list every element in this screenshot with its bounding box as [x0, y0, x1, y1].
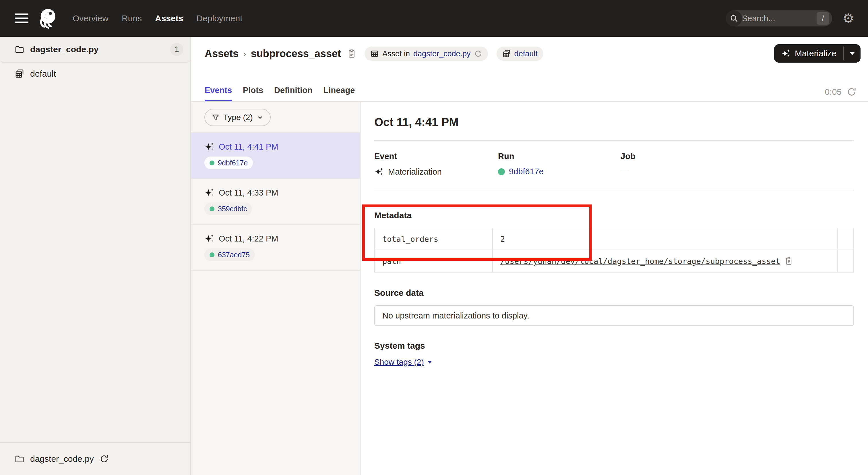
job-value: — — [621, 167, 629, 176]
folder-icon — [14, 454, 24, 464]
event-detail-panel: Oct 11, 4:41 PM Event Materialization Ru… — [361, 102, 868, 475]
asset-in-label: Asset in — [382, 50, 410, 58]
run-status-dot — [210, 253, 214, 257]
show-tags-label: Show tags (2) — [374, 358, 424, 367]
metadata-value: 2 — [500, 235, 505, 243]
hamburger-menu-icon[interactable] — [14, 13, 28, 23]
source-data-section-title: Source data — [374, 288, 854, 298]
breadcrumb: Assets › subprocess_asset Asset in dagst… — [191, 37, 868, 61]
metadata-key: path — [375, 250, 493, 272]
sidebar-item-code-location[interactable]: dagster_code.py 1 — [0, 37, 190, 63]
search-box[interactable]: / — [726, 10, 832, 26]
nav-overview[interactable]: Overview — [73, 13, 108, 23]
table-row: total_orders 2 — [375, 228, 854, 250]
event-list-item[interactable]: Oct 11, 4:41 PM 9dbf617e — [191, 133, 360, 179]
asset-count-badge: 1 — [170, 43, 183, 56]
event-timestamp-link[interactable]: Oct 11, 4:33 PM — [219, 188, 278, 198]
search-shortcut-key: / — [817, 12, 829, 25]
type-filter-label: Type (2) — [223, 113, 253, 122]
nav-assets[interactable]: Assets — [155, 13, 183, 23]
event-timestamp-link[interactable]: Oct 11, 4:41 PM — [219, 142, 278, 152]
chevron-down-icon — [256, 114, 264, 121]
sidebar-item-default-group[interactable]: default — [0, 63, 190, 85]
footer-code-location-label: dagster_code.py — [30, 454, 94, 464]
asset-location-badge[interactable]: Asset in dagster_code.py — [365, 47, 488, 61]
code-location-link[interactable]: dagster_code.py — [413, 50, 471, 58]
copy-asset-name-icon[interactable] — [347, 49, 356, 59]
run-id-link[interactable]: 9dbf617e — [218, 159, 248, 167]
system-tags-section-title: System tags — [374, 341, 854, 351]
metadata-key: total_orders — [375, 228, 493, 249]
event-detail-heading: Oct 11, 4:41 PM — [374, 116, 854, 129]
run-status-dot — [210, 160, 214, 166]
materialize-dropdown-button[interactable] — [844, 44, 861, 63]
event-timestamp-link[interactable]: Oct 11, 4:22 PM — [219, 234, 278, 243]
materialize-button[interactable]: Materialize — [774, 44, 843, 63]
breadcrumb-assets-link[interactable]: Assets — [205, 48, 239, 60]
chevron-down-icon — [427, 361, 432, 363]
run-tag[interactable]: 9dbf617e — [205, 156, 253, 169]
search-input[interactable] — [742, 14, 817, 23]
table-grid-icon — [370, 50, 379, 58]
run-status-dot — [210, 206, 214, 211]
materialize-split-button[interactable]: Materialize — [774, 44, 861, 63]
asset-header: Assets › subprocess_asset Asset in dagst… — [191, 37, 868, 102]
run-id-link[interactable]: 359cdbfc — [218, 205, 247, 213]
code-location-label: dagster_code.py — [30, 44, 98, 54]
refresh-icon[interactable] — [847, 87, 857, 97]
event-list-item[interactable]: Oct 11, 4:33 PM 359cdbfc — [191, 179, 360, 225]
tab-plots[interactable]: Plots — [243, 86, 263, 101]
run-tag[interactable]: 359cdbfc — [205, 203, 252, 215]
events-list-panel: Type (2) Oct 11, 4:41 PM 9dbf617e — [191, 102, 361, 475]
table-row: path /Users/yuhan/dev/local/dagster_home… — [375, 250, 854, 272]
path-link[interactable]: /Users/yuhan/dev/local/dagster_home/stor… — [500, 257, 780, 266]
materialization-sparkle-icon — [205, 187, 215, 198]
settings-gear-icon[interactable]: ⚙ — [842, 12, 854, 25]
metadata-table: total_orders 2 path /Users/yuhan/dev/loc… — [374, 228, 854, 272]
search-icon — [726, 10, 742, 26]
materialization-sparkle-icon — [205, 142, 215, 152]
top-nav: Overview Runs Assets Deployment / ⚙ — [0, 0, 868, 37]
run-id-link[interactable]: 637aed75 — [218, 251, 250, 259]
page-title: subprocess_asset — [251, 48, 341, 60]
reload-icon[interactable] — [474, 50, 482, 58]
breadcrumb-separator: › — [243, 49, 246, 59]
materialize-label: Materialize — [795, 49, 836, 58]
type-filter-button[interactable]: Type (2) — [205, 109, 271, 126]
run-column-label: Run — [498, 152, 621, 161]
sidebar: dagster_code.py 1 default dagster_code.p… — [0, 37, 191, 475]
tab-definition[interactable]: Definition — [274, 86, 313, 101]
event-list-item[interactable]: Oct 11, 4:22 PM 637aed75 — [191, 225, 360, 271]
sparkle-icon — [781, 49, 791, 58]
primary-nav: Overview Runs Assets Deployment — [73, 13, 243, 23]
source-data-empty-state: No upstream materializations to display. — [374, 305, 854, 326]
folder-icon — [14, 44, 24, 54]
repo-grid-icon — [14, 69, 24, 79]
run-id-link[interactable]: 9dbf617e — [509, 167, 544, 176]
filter-funnel-icon — [211, 113, 220, 122]
repo-grid-icon — [502, 50, 511, 58]
event-type-value: Materialization — [388, 167, 442, 177]
reload-icon[interactable] — [100, 454, 109, 464]
tab-events[interactable]: Events — [205, 86, 232, 101]
run-status-dot — [498, 168, 505, 175]
tab-lineage[interactable]: Lineage — [323, 86, 355, 101]
copy-path-icon[interactable] — [785, 257, 793, 266]
metadata-section-title: Metadata — [374, 210, 854, 220]
group-link[interactable]: default — [515, 50, 538, 58]
materialization-sparkle-icon — [374, 167, 384, 177]
materialization-sparkle-icon — [205, 234, 215, 244]
event-column-label: Event — [374, 152, 498, 161]
job-column-label: Job — [621, 152, 854, 161]
chevron-down-icon — [849, 52, 855, 55]
nav-deployment[interactable]: Deployment — [196, 13, 242, 23]
run-tag[interactable]: 637aed75 — [205, 248, 255, 261]
dagster-logo-icon[interactable] — [36, 7, 59, 30]
group-badge[interactable]: default — [497, 47, 544, 61]
asset-tabs: Events Plots Definition Lineage — [205, 86, 355, 101]
refresh-countdown: 0:05 — [825, 87, 842, 97]
source-data-empty-text: No upstream materializations to display. — [382, 311, 529, 321]
show-tags-toggle[interactable]: Show tags (2) — [374, 358, 432, 367]
nav-runs[interactable]: Runs — [122, 13, 142, 23]
sidebar-footer-code-location[interactable]: dagster_code.py — [0, 442, 190, 475]
